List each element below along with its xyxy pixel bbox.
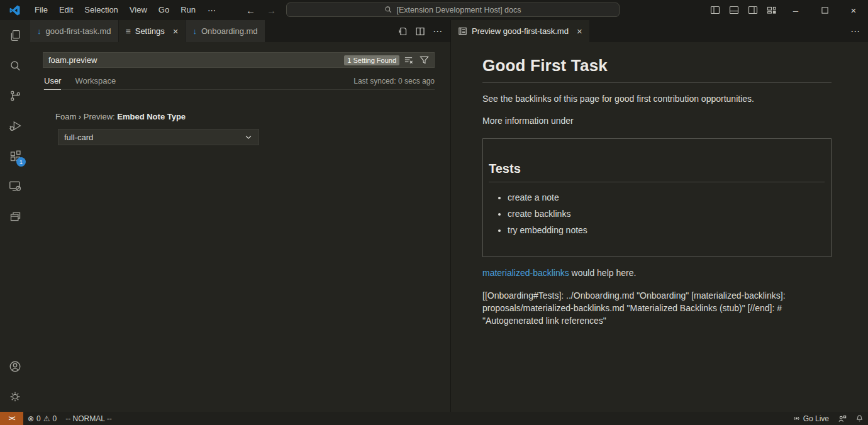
- minimize-button[interactable]: –: [781, 0, 810, 20]
- workbench: 1 ↓ good-first-task.md: [0, 20, 868, 412]
- navigate-forward-icon: →: [267, 5, 276, 16]
- more-actions-icon[interactable]: ⋯: [430, 24, 445, 39]
- embed-title: Tests: [489, 162, 825, 182]
- live-share-status[interactable]: [833, 412, 851, 425]
- settings-result-count-badge: 1 Setting Found: [344, 55, 399, 65]
- filter-settings-icon[interactable]: [418, 53, 431, 67]
- editor-group-settings: ↓ good-first-task.md ≡ Settings × ↓ Onbo…: [30, 20, 450, 412]
- menu-selection[interactable]: Selection: [79, 3, 123, 17]
- more-actions-icon[interactable]: ⋯: [848, 24, 863, 39]
- menu-run[interactable]: Run: [175, 3, 201, 17]
- activity-bar-spacer: [0, 231, 30, 351]
- error-count: 0: [36, 414, 41, 423]
- settings-search-box[interactable]: 1 Setting Found: [43, 52, 435, 68]
- embed-note-type-dropdown[interactable]: full-card: [58, 129, 259, 145]
- tab-good-first-task[interactable]: ↓ good-first-task.md: [30, 20, 119, 42]
- preview-title: Good First Task: [482, 56, 832, 83]
- activity-bar: 1: [0, 20, 30, 412]
- error-icon: ⊗: [28, 414, 34, 423]
- open-settings-json-icon[interactable]: [395, 24, 410, 39]
- remote-indicator[interactable]: ><: [0, 412, 23, 425]
- command-center-label: [Extension Development Host] docs: [396, 6, 521, 14]
- vim-mode-label: -- NORMAL --: [65, 414, 112, 423]
- customize-layout-icon[interactable]: [762, 0, 781, 20]
- tab-label: Onboarding.md: [201, 26, 258, 36]
- title-bar: File Edit Selection View Go Run ⋯ ← → [E…: [0, 0, 868, 20]
- embedded-note-card: Tests create a note create backlinks try…: [482, 138, 832, 258]
- split-editor-icon[interactable]: [413, 24, 428, 39]
- command-center-search[interactable]: [Extension Development Host] docs: [286, 3, 620, 17]
- maximize-button[interactable]: [810, 0, 839, 20]
- broadcast-icon: [793, 414, 801, 422]
- settings-editor: 1 Setting Found User Workspace Last sync…: [30, 42, 450, 412]
- scope-tab-workspace[interactable]: Workspace: [75, 76, 116, 89]
- warning-icon: ⚠: [43, 414, 50, 423]
- toggle-panel-icon[interactable]: [725, 0, 743, 20]
- go-live-button[interactable]: Go Live: [788, 412, 833, 425]
- vim-mode-status[interactable]: -- NORMAL --: [61, 412, 116, 425]
- clear-settings-search-icon[interactable]: [402, 53, 415, 67]
- tab-label: Preview good-first-task.md: [472, 26, 569, 36]
- menu-edit[interactable]: Edit: [53, 3, 79, 17]
- close-window-button[interactable]: ×: [839, 0, 868, 20]
- problems-status[interactable]: ⊗ 0 ⚠ 0: [23, 412, 61, 425]
- status-bar: >< ⊗ 0 ⚠ 0 -- NORMAL -- Go Live: [0, 412, 868, 425]
- tab-preview-good-first-task[interactable]: Preview good-first-task.md ×: [451, 20, 590, 42]
- tab-label: Settings: [135, 26, 165, 36]
- dropdown-value: full-card: [64, 133, 93, 142]
- link-references-paragraph: [[Onboarding#Tests]: ../Onboarding.md "O…: [482, 289, 832, 328]
- menu-view[interactable]: View: [124, 3, 153, 17]
- markdown-file-icon: ↓: [37, 26, 42, 36]
- embed-list: create a note create backlinks try embed…: [508, 191, 825, 237]
- remote-explorer-icon[interactable]: [0, 171, 30, 201]
- settings-tab-icon: ≡: [126, 26, 131, 36]
- tab-label: good-first-task.md: [46, 26, 111, 36]
- person-screen-icon: [838, 414, 847, 423]
- bell-icon: [855, 414, 864, 422]
- navigate-back-icon[interactable]: ←: [246, 5, 255, 16]
- preview-more-info: More information under: [482, 114, 832, 127]
- source-control-icon[interactable]: [0, 80, 30, 111]
- toggle-secondary-sidebar-icon[interactable]: [743, 0, 762, 20]
- run-debug-icon[interactable]: [0, 111, 30, 141]
- chevron-down-icon: [244, 133, 253, 141]
- setting-label: Foam › Preview: Embed Note Type: [55, 112, 435, 121]
- scope-tab-user[interactable]: User: [44, 76, 61, 90]
- markdown-file-icon: ↓: [192, 26, 197, 36]
- tab-onboarding[interactable]: ↓ Onboarding.md: [186, 20, 265, 42]
- notifications-status[interactable]: [851, 412, 868, 425]
- last-synced-label: Last synced: 0 secs ago: [353, 77, 435, 89]
- backlink-paragraph: materialized-backlinks would help here.: [482, 267, 832, 279]
- setting-foam-preview-embed-note-type: Foam › Preview: Embed Note Type full-car…: [55, 112, 435, 145]
- accounts-icon[interactable]: [0, 351, 30, 382]
- vscode-window: File Edit Selection View Go Run ⋯ ← → [E…: [0, 0, 868, 425]
- search-icon: [384, 6, 392, 14]
- preview-intro: See the backlinks of this page for good …: [482, 92, 832, 105]
- tab-settings[interactable]: ≡ Settings ×: [119, 20, 186, 42]
- go-live-label: Go Live: [803, 414, 829, 423]
- materialized-backlinks-link[interactable]: materialized-backlinks: [482, 268, 569, 278]
- settings-search-input[interactable]: [48, 55, 344, 65]
- menu-file[interactable]: File: [29, 3, 53, 17]
- close-tab-icon[interactable]: ×: [577, 26, 582, 36]
- embed-list-item: try embedding notes: [508, 224, 825, 236]
- left-tab-strip: ↓ good-first-task.md ≡ Settings × ↓ Onbo…: [30, 20, 450, 42]
- extensions-icon[interactable]: 1: [0, 141, 30, 171]
- search-view-icon[interactable]: [0, 50, 30, 80]
- markdown-preview: Good First Task See the backlinks of thi…: [451, 42, 868, 412]
- menu-go[interactable]: Go: [153, 3, 175, 17]
- menu-overflow-icon[interactable]: ⋯: [201, 6, 223, 15]
- toggle-primary-sidebar-icon[interactable]: [706, 0, 725, 20]
- warning-count: 0: [53, 414, 57, 423]
- markdown-preview-icon: [458, 26, 467, 36]
- windows-view-icon[interactable]: [0, 201, 30, 231]
- close-tab-icon[interactable]: ×: [173, 26, 179, 36]
- vscode-logo-icon: [0, 5, 29, 16]
- editor-group-preview: Preview good-first-task.md × ⋯ Good Firs…: [450, 20, 868, 412]
- manage-gear-icon[interactable]: [0, 382, 30, 412]
- embed-list-item: create backlinks: [508, 207, 825, 220]
- backlink-tail: would help here.: [569, 268, 637, 278]
- extensions-badge: 1: [16, 157, 26, 167]
- setting-category: Foam › Preview:: [55, 112, 115, 121]
- explorer-icon[interactable]: [0, 20, 30, 50]
